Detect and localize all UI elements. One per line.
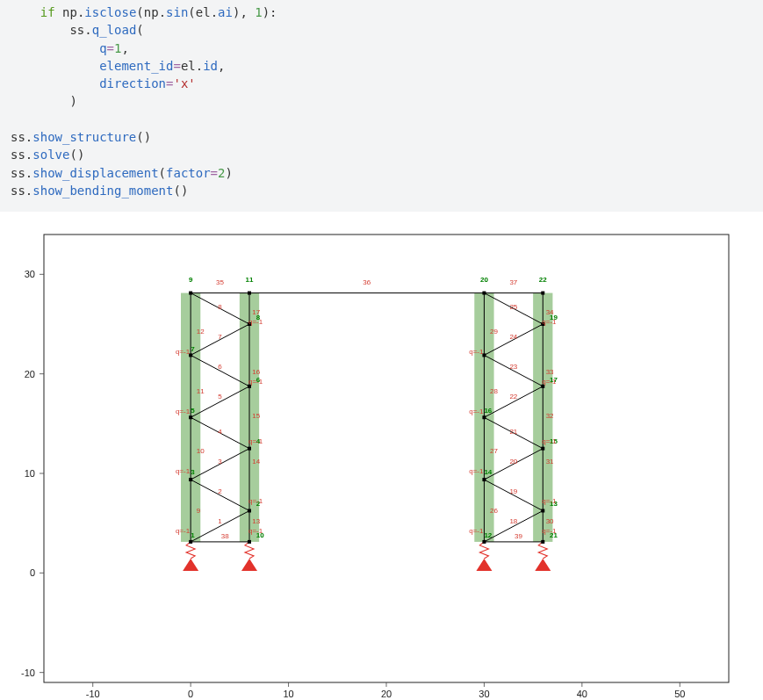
svg-text:50: 50 [674, 689, 685, 699]
svg-text:q=-1: q=-1 [248, 437, 263, 445]
svg-text:q=-1: q=-1 [248, 527, 263, 535]
svg-text:33: 33 [546, 368, 554, 376]
svg-text:q=-1: q=-1 [542, 318, 557, 326]
code-call: solve [32, 148, 69, 162]
svg-text:35: 35 [216, 278, 224, 286]
svg-text:q=-1: q=-1 [469, 408, 484, 415]
svg-text:-10: -10 [86, 689, 100, 699]
svg-text:3: 3 [191, 468, 195, 476]
svg-text:-10: -10 [21, 668, 35, 678]
code-call: show_displacement [32, 166, 158, 180]
svg-rect-63 [248, 540, 251, 544]
svg-text:18: 18 [509, 517, 517, 525]
svg-rect-70 [482, 478, 486, 481]
svg-text:21: 21 [509, 428, 517, 436]
svg-text:q=-1: q=-1 [176, 467, 191, 475]
code-arg: factor [166, 166, 211, 180]
svg-text:19: 19 [509, 487, 517, 495]
svg-text:7: 7 [218, 333, 222, 341]
figure-container: -1001020304050 -100102030 91120221357102… [0, 212, 763, 700]
svg-text:10: 10 [197, 448, 205, 456]
svg-text:5: 5 [218, 393, 222, 401]
svg-text:36: 36 [363, 278, 371, 286]
svg-text:17: 17 [252, 308, 260, 316]
y-axis: -100102030 [21, 270, 44, 678]
svg-text:24: 24 [509, 333, 517, 341]
svg-text:6: 6 [218, 363, 222, 371]
code-num: 2 [218, 166, 225, 180]
code-attr: id [203, 59, 218, 73]
code-call: isclose [84, 5, 136, 19]
svg-text:11: 11 [197, 388, 205, 396]
svg-text:1: 1 [218, 517, 222, 525]
code-arg: q [99, 41, 106, 55]
code-call: sin [166, 5, 188, 19]
svg-rect-71 [482, 416, 486, 420]
svg-text:22: 22 [539, 277, 547, 285]
svg-rect-74 [541, 540, 544, 544]
svg-text:4: 4 [218, 428, 222, 436]
svg-rect-73 [482, 292, 486, 295]
svg-text:q=-1: q=-1 [248, 497, 263, 505]
code-str: 'x' [173, 76, 195, 90]
svg-text:16: 16 [484, 407, 492, 415]
svg-rect-0 [44, 235, 729, 682]
svg-rect-59 [189, 478, 192, 481]
svg-text:30: 30 [25, 270, 35, 280]
svg-rect-60 [189, 416, 192, 420]
code-obj: np [55, 5, 77, 19]
code-call: show_structure [32, 130, 136, 144]
code-obj: ss [11, 166, 25, 180]
code-obj: ss [69, 23, 84, 37]
svg-text:14: 14 [484, 468, 492, 476]
svg-text:q=-1: q=-1 [469, 348, 484, 356]
svg-text:13: 13 [252, 517, 260, 525]
code-obj: ss [11, 130, 25, 144]
svg-rect-68 [248, 292, 251, 295]
svg-text:28: 28 [490, 388, 498, 396]
svg-text:q=-1: q=-1 [176, 527, 191, 535]
svg-rect-75 [541, 509, 544, 513]
svg-text:q=-1: q=-1 [248, 378, 263, 386]
svg-text:10: 10 [283, 689, 293, 699]
svg-text:30: 30 [546, 517, 554, 525]
svg-text:29: 29 [490, 328, 498, 336]
svg-text:34: 34 [546, 308, 554, 316]
svg-rect-62 [189, 292, 192, 295]
code-num: 1 [255, 5, 262, 19]
code-block: if np.isclose(np.sin(el.ai), 1): ss.q_lo… [0, 0, 763, 212]
svg-text:12: 12 [484, 531, 492, 539]
svg-text:9: 9 [197, 508, 201, 516]
svg-text:q=-1: q=-1 [248, 318, 263, 326]
code-obj: np [144, 5, 159, 19]
svg-text:20: 20 [509, 458, 517, 465]
svg-text:q=-1: q=-1 [542, 497, 557, 505]
svg-rect-69 [482, 540, 486, 544]
svg-text:14: 14 [252, 458, 260, 465]
plot-frame [44, 235, 729, 682]
code-obj: ss [11, 184, 25, 198]
code-kw: if [40, 5, 55, 19]
svg-text:40: 40 [577, 689, 587, 699]
svg-text:5: 5 [191, 407, 195, 415]
svg-text:15: 15 [252, 412, 260, 420]
svg-text:30: 30 [479, 689, 489, 699]
svg-text:2: 2 [218, 487, 222, 495]
svg-text:12: 12 [197, 328, 205, 336]
svg-text:q=-1: q=-1 [542, 437, 557, 445]
svg-text:q=-1: q=-1 [469, 527, 484, 535]
svg-text:3: 3 [218, 458, 222, 465]
svg-text:38: 38 [221, 532, 229, 540]
svg-text:27: 27 [490, 448, 498, 456]
svg-text:16: 16 [252, 368, 260, 376]
svg-text:q=-1: q=-1 [542, 527, 557, 535]
svg-rect-79 [541, 292, 544, 295]
code-obj: el [181, 59, 196, 73]
svg-text:1: 1 [191, 531, 195, 539]
code-num: 1 [114, 41, 121, 55]
svg-text:11: 11 [246, 277, 254, 285]
svg-text:20: 20 [381, 689, 392, 699]
svg-text:10: 10 [25, 468, 35, 479]
svg-text:22: 22 [509, 393, 517, 401]
svg-text:q=-1: q=-1 [176, 408, 191, 415]
